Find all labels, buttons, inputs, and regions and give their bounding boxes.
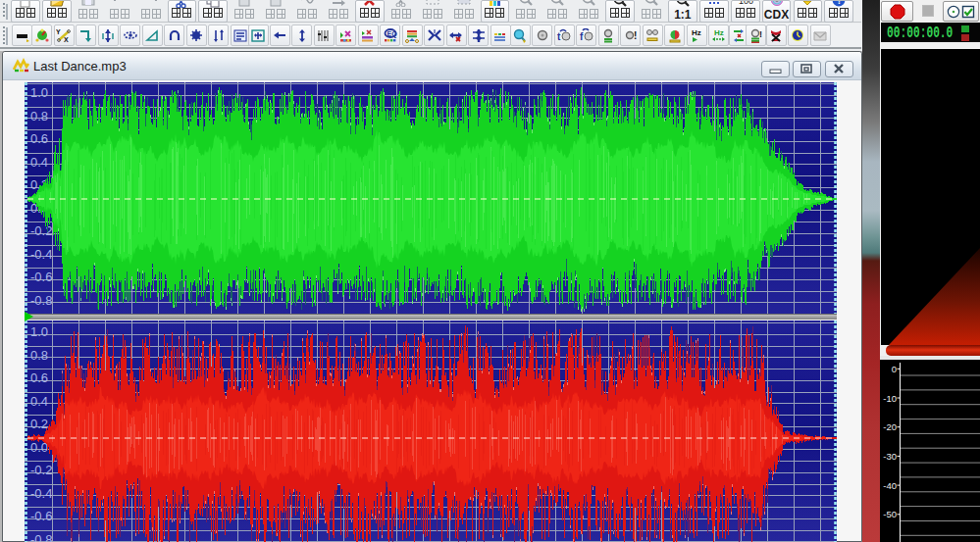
svg-text:-0.2: -0.2	[30, 463, 52, 477]
svg-text:-40: -40	[883, 480, 897, 491]
svg-text:-0.6: -0.6	[30, 270, 52, 284]
svg-text:0.8: 0.8	[30, 109, 48, 123]
svg-text:0.4: 0.4	[30, 394, 48, 409]
svg-text:EQ: EQ	[387, 30, 397, 38]
svg-text:0.6: 0.6	[30, 370, 48, 385]
svg-text:Y: Y	[56, 28, 61, 35]
svg-text:1.0: 1.0	[30, 324, 48, 339]
svg-text:1.0: 1.0	[30, 85, 48, 100]
svg-text:Hz: Hz	[692, 28, 701, 37]
svg-text:0.2: 0.2	[30, 417, 48, 431]
svg-text:100: 100	[739, 0, 753, 6]
svg-text:-10: -10	[883, 393, 897, 404]
svg-text:-0.6: -0.6	[30, 509, 52, 523]
svg-text:f: f	[580, 31, 584, 42]
svg-text:-20: -20	[883, 421, 897, 432]
svg-text:-30: -30	[883, 451, 897, 462]
svg-text:-0.8: -0.8	[30, 532, 52, 542]
svg-text:-0.8: -0.8	[30, 293, 52, 308]
svg-text:-0.4: -0.4	[30, 486, 52, 501]
svg-text:-0.2: -0.2	[30, 223, 52, 238]
svg-text:X: X	[64, 36, 69, 43]
svg-text:!: !	[759, 29, 762, 39]
svg-text:0.8: 0.8	[30, 348, 48, 363]
svg-text:?: ?	[837, 0, 843, 6]
svg-text:-50: -50	[883, 509, 897, 519]
svg-text:0: 0	[892, 364, 897, 374]
svg-text:!: !	[634, 30, 637, 41]
svg-text:0.6: 0.6	[30, 131, 48, 146]
svg-text:Hz: Hz	[714, 28, 724, 37]
svg-text:0.4: 0.4	[30, 155, 48, 170]
svg-text:t: t	[557, 31, 561, 42]
svg-text:-0.4: -0.4	[30, 247, 52, 262]
